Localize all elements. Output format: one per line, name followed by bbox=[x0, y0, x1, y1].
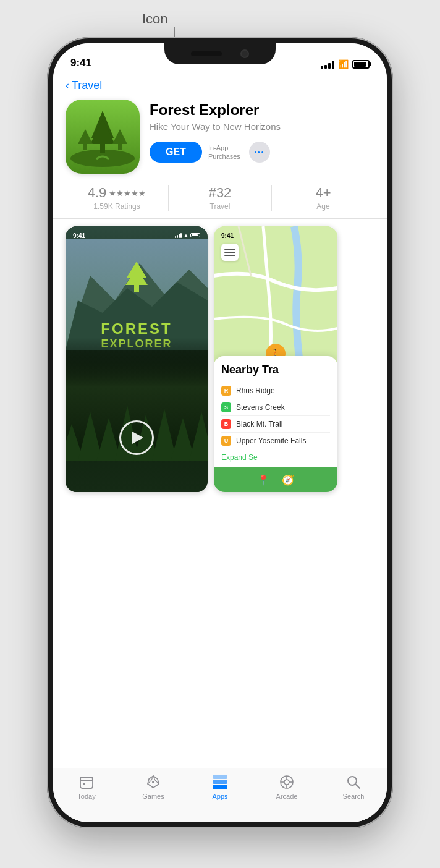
today-icon bbox=[78, 773, 95, 791]
app-name: Forest Explorer bbox=[150, 102, 374, 118]
tab-search[interactable]: Search bbox=[329, 773, 378, 800]
ss1-tree-icon bbox=[124, 260, 149, 294]
tab-apps-label: Apps bbox=[212, 793, 227, 800]
phone-inner: 9:41 📶 ‹ bbox=[53, 43, 387, 822]
svg-line-41 bbox=[356, 785, 360, 789]
wifi-icon: 📶 bbox=[338, 59, 349, 69]
tab-search-label: Search bbox=[343, 793, 365, 800]
compass-icon: 🧭 bbox=[282, 474, 294, 486]
trail-dot-3: B bbox=[221, 419, 231, 429]
trail-item-3: B Black Mt. Trail bbox=[221, 416, 330, 433]
annotation-label: Icon bbox=[142, 11, 168, 27]
tab-apps[interactable]: Apps bbox=[195, 773, 245, 800]
rating-age-item: 4+ Age bbox=[272, 185, 374, 211]
apps-icon bbox=[211, 773, 229, 791]
signal-icon bbox=[321, 60, 334, 69]
screenshots-area: 9:41 ▲ bbox=[53, 219, 387, 768]
app-actions: GET In-AppPurchases ●●● bbox=[150, 142, 374, 163]
phone-frame: 9:41 📶 ‹ bbox=[47, 37, 393, 828]
rating-rank-item: #32 Travel bbox=[169, 185, 272, 211]
app-info: Forest Explorer Hike Your Way to New Hor… bbox=[150, 100, 374, 163]
svg-rect-6 bbox=[83, 144, 87, 150]
tab-arcade-label: Arcade bbox=[276, 793, 298, 800]
outer-wrapper: Icon 9:41 bbox=[0, 0, 440, 868]
ratings-count: 1.59K Ratings bbox=[66, 202, 168, 211]
status-icons: 📶 bbox=[321, 59, 370, 69]
back-chevron-icon: ‹ bbox=[66, 79, 69, 92]
app-icon bbox=[66, 100, 140, 174]
screenshot-2[interactable]: 9:41 🚶 Nearby Tra bbox=[214, 226, 337, 492]
tab-bar: Today Games bbox=[53, 768, 387, 822]
svg-rect-15 bbox=[134, 285, 139, 292]
tab-today-label: Today bbox=[77, 793, 95, 800]
trail-dot-1: R bbox=[221, 386, 231, 396]
screenshot-1[interactable]: 9:41 ▲ bbox=[66, 226, 208, 492]
back-text: Travel bbox=[72, 79, 102, 92]
menu-line-icon bbox=[224, 249, 235, 250]
app-subtitle: Hike Your Way to New Horizons bbox=[150, 121, 374, 133]
map-tool-icon: 📍 bbox=[257, 474, 269, 486]
svg-rect-29 bbox=[83, 783, 85, 785]
svg-point-35 bbox=[284, 780, 289, 785]
battery-icon bbox=[352, 60, 370, 69]
ss2-expand-text[interactable]: Expand Se bbox=[221, 453, 330, 462]
rating-score-item: 4.9 ★★★★★ 1.59K Ratings bbox=[66, 185, 169, 211]
tab-games[interactable]: Games bbox=[129, 773, 178, 800]
back-nav[interactable]: ‹ Travel bbox=[53, 74, 387, 95]
trail-item-1: R Rhus Ridge bbox=[221, 383, 330, 399]
ss1-status-icons: ▲ bbox=[175, 232, 200, 238]
svg-rect-31 bbox=[213, 785, 227, 789]
rating-rank: #32 bbox=[169, 185, 271, 201]
trail-name-3: Black Mt. Trail bbox=[236, 420, 282, 428]
trail-name-2: Stevens Creek bbox=[236, 403, 285, 412]
ss2-bottom-bar: 📍 🧭 bbox=[214, 467, 337, 492]
svg-rect-33 bbox=[213, 775, 227, 779]
svg-rect-28 bbox=[80, 780, 93, 781]
search-icon bbox=[345, 773, 362, 791]
trail-item-2: S Stevens Creek bbox=[221, 399, 330, 416]
menu-line-icon bbox=[224, 255, 235, 256]
trail-item-4: U Upper Yosemite Falls bbox=[221, 433, 330, 449]
svg-rect-4 bbox=[100, 144, 105, 153]
ss2-menu-button[interactable] bbox=[221, 244, 239, 261]
in-app-purchases-text: In-AppPurchases bbox=[208, 143, 240, 161]
rating-rank-category: Travel bbox=[169, 202, 271, 211]
svg-rect-32 bbox=[213, 780, 227, 784]
rating-score: 4.9 ★★★★★ bbox=[66, 185, 168, 201]
trail-dot-2: S bbox=[221, 402, 231, 412]
trail-name-1: Rhus Ridge bbox=[236, 386, 275, 395]
svg-rect-26 bbox=[80, 777, 93, 788]
svg-rect-8 bbox=[118, 144, 122, 150]
ss2-status-time: 9:41 bbox=[221, 232, 234, 239]
ss1-play-button[interactable] bbox=[119, 420, 154, 455]
stars-icon: ★★★★★ bbox=[109, 189, 146, 198]
rating-age: 4+ bbox=[272, 185, 374, 201]
trail-dot-4: U bbox=[221, 436, 231, 446]
menu-line-icon bbox=[224, 252, 235, 253]
tab-games-label: Games bbox=[142, 793, 164, 800]
trail-name-4: Upper Yosemite Falls bbox=[236, 436, 306, 445]
games-icon bbox=[145, 773, 162, 791]
play-icon bbox=[132, 432, 143, 444]
more-button[interactable]: ●●● bbox=[249, 142, 270, 163]
arcade-icon bbox=[278, 773, 295, 791]
camera bbox=[240, 49, 249, 58]
screen-content: ‹ Travel bbox=[53, 74, 387, 822]
status-time: 9:41 bbox=[70, 57, 91, 69]
notch bbox=[164, 43, 276, 64]
tab-arcade[interactable]: Arcade bbox=[262, 773, 311, 800]
get-button[interactable]: GET bbox=[150, 142, 202, 163]
rating-age-label: Age bbox=[272, 202, 374, 211]
app-header: Forest Explorer Hike Your Way to New Hor… bbox=[53, 95, 387, 181]
rating-section: 4.9 ★★★★★ 1.59K Ratings #32 Travel 4+ Ag… bbox=[53, 181, 387, 219]
tab-today[interactable]: Today bbox=[62, 773, 111, 800]
svg-point-30 bbox=[152, 781, 154, 783]
ss1-status-time: 9:41 bbox=[73, 232, 85, 239]
ss2-nearby-title: Nearby Tra bbox=[221, 364, 330, 377]
more-dots-icon: ●●● bbox=[254, 150, 264, 154]
